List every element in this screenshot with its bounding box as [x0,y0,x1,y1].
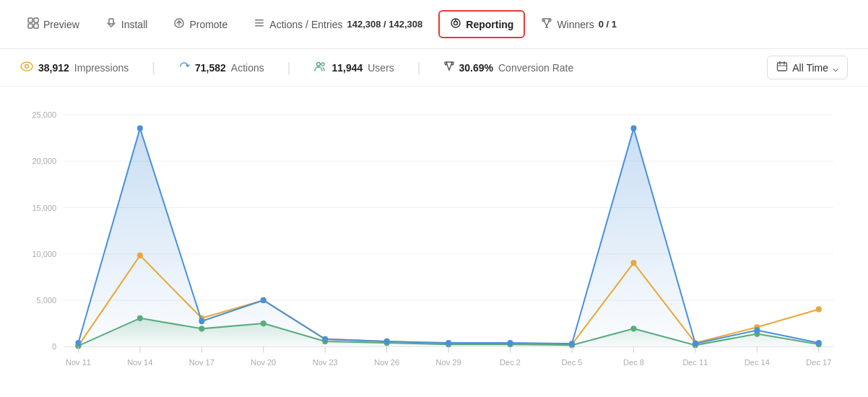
promote-icon [173,17,185,31]
svg-rect-2 [28,24,32,28]
svg-rect-4 [109,19,113,24]
svg-text:Dec 11: Dec 11 [682,358,708,367]
winners-badge: 0 / 1 [599,19,617,30]
svg-point-63 [137,315,143,321]
impressions-value: 38,912 [38,62,69,74]
svg-rect-18 [778,63,787,71]
svg-point-78 [261,297,266,303]
svg-point-10 [454,22,458,25]
actions-stat-icon [178,61,190,75]
svg-text:25,000: 25,000 [32,110,56,119]
svg-text:Dec 5: Dec 5 [562,358,583,367]
svg-point-64 [199,326,204,331]
actions-icon [253,17,265,31]
install-label: Install [121,19,148,30]
nav-item-promote[interactable]: Promote [163,12,238,37]
svg-text:Dec 14: Dec 14 [745,358,770,367]
divider-2: | [287,60,291,75]
reporting-icon [450,17,461,31]
svg-rect-1 [34,18,38,22]
divider-1: | [152,60,155,75]
actions-label: Actions / Entries [269,19,342,30]
svg-text:Nov 11: Nov 11 [66,358,91,367]
users-icon [313,61,326,74]
svg-point-16 [317,62,321,66]
winners-icon [541,17,552,31]
promote-label: Promote [189,19,227,30]
svg-point-81 [446,340,451,346]
svg-text:Nov 17: Nov 17 [189,358,214,367]
svg-point-79 [322,336,328,342]
conversion-value: 30.69% [459,62,493,74]
stat-users: 11,944 Users [313,61,394,74]
svg-rect-3 [34,24,38,28]
svg-point-82 [508,340,513,346]
line-chart: 25,000 20,000 15,000 10,000 5,000 0 Nov … [20,92,848,384]
svg-rect-0 [28,18,32,22]
svg-point-61 [816,306,822,312]
svg-text:Nov 20: Nov 20 [251,358,276,367]
svg-text:Nov 14: Nov 14 [127,358,152,367]
svg-point-71 [630,326,636,331]
top-navigation: Preview Install Promote [0,0,868,49]
stat-impressions: 38,912 Impressions [20,61,129,74]
impressions-icon [20,61,33,74]
time-filter-button[interactable]: All Time ⌵ [767,56,848,79]
svg-point-58 [630,260,636,266]
actions-value: 71,582 [195,62,226,74]
chart-area: 25,000 20,000 15,000 10,000 5,000 0 Nov … [0,87,868,390]
svg-text:Dec 2: Dec 2 [500,358,521,367]
svg-point-86 [754,327,760,333]
svg-point-84 [630,126,636,131]
svg-point-17 [321,63,324,66]
nav-item-reporting[interactable]: Reporting [438,10,525,38]
svg-text:10,000: 10,000 [32,250,56,258]
svg-text:5,000: 5,000 [37,296,57,305]
install-icon [105,17,117,31]
svg-text:Nov 29: Nov 29 [436,358,461,367]
svg-rect-7 [255,22,264,24]
svg-point-77 [199,318,204,324]
svg-text:0: 0 [52,342,56,351]
svg-point-14 [21,62,32,71]
actions-label: Actions [231,62,264,74]
svg-rect-8 [255,25,264,27]
preview-label: Preview [43,19,79,30]
svg-point-83 [569,341,575,346]
svg-point-15 [25,64,29,68]
svg-text:Dec 8: Dec 8 [623,358,644,367]
impressions-label: Impressions [74,62,129,74]
svg-rect-6 [255,19,264,21]
nav-item-winners[interactable]: Winners 0 / 1 [531,12,627,37]
svg-text:20,000: 20,000 [32,157,56,165]
svg-text:Nov 23: Nov 23 [313,358,338,367]
time-filter-label: All Time [792,62,828,74]
stat-conversion: 30.69% Conversion Rate [444,61,574,75]
calendar-icon [776,61,788,74]
svg-point-65 [261,320,266,326]
nav-item-actions[interactable]: Actions / Entries 142,308 / 142,308 [243,12,433,37]
svg-point-87 [816,340,822,346]
svg-point-75 [75,340,81,346]
svg-point-85 [693,341,698,346]
reporting-label: Reporting [466,19,513,30]
svg-point-50 [137,253,143,258]
svg-text:Dec 17: Dec 17 [806,358,831,367]
winners-label: Winners [557,19,594,30]
chevron-down-icon: ⌵ [833,62,838,74]
svg-text:15,000: 15,000 [32,204,56,212]
divider-3: | [417,60,421,75]
users-label: Users [368,62,394,74]
stats-bar: 38,912 Impressions | 71,582 Actions | 11… [0,49,868,87]
actions-badge: 142,308 / 142,308 [347,19,422,30]
nav-item-preview[interactable]: Preview [17,12,90,37]
svg-point-80 [384,339,390,344]
stat-actions: 71,582 Actions [178,61,264,75]
nav-item-install[interactable]: Install [95,12,158,37]
svg-point-76 [137,126,143,131]
users-value: 11,944 [331,62,363,74]
conversion-label: Conversion Rate [498,62,573,74]
svg-text:Nov 26: Nov 26 [374,358,399,367]
conversion-icon [444,61,454,75]
preview-icon [27,17,39,31]
